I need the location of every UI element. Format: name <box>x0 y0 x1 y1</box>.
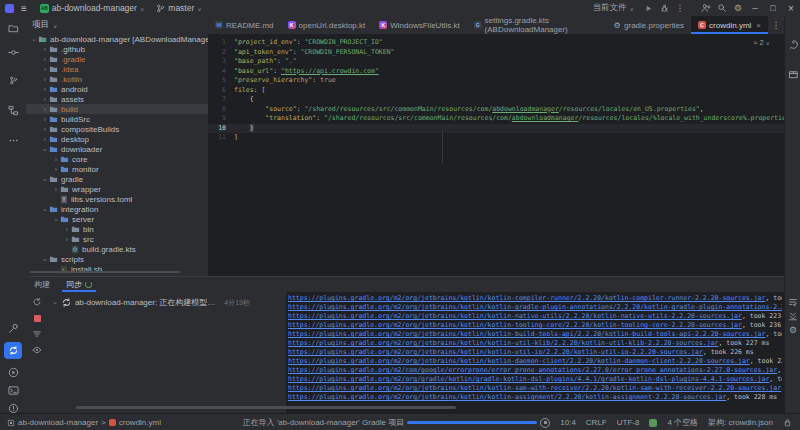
breadcrumb[interactable]: ab-download-manager > crowdin.yml <box>0 414 166 430</box>
readonly-toggle[interactable] <box>778 414 800 430</box>
build-panel-tab-同步[interactable]: 同步 <box>58 277 100 292</box>
structure-toolwindow-button[interactable] <box>4 102 22 119</box>
tree-item-.kotlin[interactable]: ›.kotlin <box>26 74 208 84</box>
more-toolwindows-button[interactable] <box>4 132 22 149</box>
code-line-11[interactable]: 11] <box>208 133 784 143</box>
collapse-icon[interactable]: ⌄ <box>52 215 60 223</box>
project-panel-header[interactable]: 项目 ∨ <box>26 16 208 34</box>
breadcrumb-file[interactable]: crowdin.yml <box>119 418 161 427</box>
code-line-2[interactable]: 2"api_token_env": "CROWDIN_PERSONAL_TOKE… <box>208 48 784 58</box>
dependencies-toolwindow-button[interactable] <box>787 68 799 80</box>
console-download-link[interactable]: https://plugins.gradle.org/m2/org/jetbra… <box>288 384 781 392</box>
tree-item-integration[interactable]: ⌄integration <box>26 204 208 214</box>
editor-tab-settings.gradle.kts (ABDownloadManager)[interactable]: Gsettings.gradle.kts (ABDownloadManager) <box>467 16 606 34</box>
editor-tab-gradle.properties[interactable]: ⚙gradle.properties <box>606 16 691 34</box>
code-line-8[interactable]: 8 "source": "/shared/resources/src/commo… <box>208 105 784 115</box>
expand-icon[interactable]: › <box>41 136 49 143</box>
minimize-button[interactable]: ─ <box>746 0 764 16</box>
console-download-link[interactable]: https://plugins.gradle.org/m2/org/jetbra… <box>288 348 703 356</box>
expand-icon[interactable]: › <box>52 156 60 163</box>
tree-item-monitor[interactable]: ›monitor <box>26 164 208 174</box>
console-download-link[interactable]: https://plugins.gradle.org/m2/org/jetbra… <box>288 294 765 302</box>
collapse-icon[interactable]: ⌄ <box>41 145 49 153</box>
progress-widget[interactable]: 正在导入 'ab-download-manager' Gradle 项目 <box>237 414 555 430</box>
run-toolwindow-button[interactable] <box>4 364 22 381</box>
tree-item-desktop[interactable]: ›desktop <box>26 134 208 144</box>
tree-item-.github[interactable]: ›.github <box>26 44 208 54</box>
expand-icon[interactable]: › <box>52 186 60 193</box>
tree-item-buildSrc[interactable]: ›buildSrc <box>26 114 208 124</box>
editor-tab-crowdin.yml[interactable]: Ccrowdin.yml× <box>691 16 768 34</box>
expand-icon[interactable]: › <box>41 86 49 93</box>
expand-icon[interactable]: › <box>63 226 71 233</box>
debug-button[interactable] <box>656 1 672 15</box>
expand-icon[interactable]: › <box>41 116 49 123</box>
indent-widget[interactable]: 4 个空格 <box>662 414 703 430</box>
branch-widget[interactable]: master ∨ <box>150 0 207 16</box>
vcs-toolwindow-button[interactable] <box>4 72 22 89</box>
tree-item-bin[interactable]: ›bin <box>26 224 208 234</box>
line-separator-widget[interactable]: CRLF <box>581 414 612 430</box>
tree-item-build[interactable]: ›build <box>26 104 208 114</box>
expand-icon[interactable]: › <box>52 166 60 173</box>
tree-item-scripts[interactable]: ⌄scripts <box>26 254 208 264</box>
build-toolwindow-button[interactable] <box>4 320 22 337</box>
collapse-icon[interactable]: ⌄ <box>41 205 49 213</box>
code-line-5[interactable]: 5"preserve_hierarchy": true <box>208 76 784 86</box>
console-download-link[interactable]: https://plugins.gradle.org/m2/org/gradle… <box>288 375 769 383</box>
code-line-7[interactable]: 7 { <box>208 95 784 105</box>
console-download-link[interactable]: https://plugins.gradle.org/m2/com/google… <box>288 366 777 374</box>
maximize-button[interactable]: ▢ <box>764 0 782 16</box>
expand-icon[interactable]: › <box>41 106 49 113</box>
console-download-link[interactable]: https://plugins.gradle.org/m2/org/jetbra… <box>288 321 742 329</box>
expand-icon[interactable]: › <box>41 56 49 63</box>
code-line-10[interactable]: 10 } <box>208 124 784 134</box>
console-settings-button[interactable]: ⚙ <box>787 324 799 336</box>
encoding-widget[interactable]: UTF-8 <box>612 414 645 430</box>
more-actions-button[interactable]: ⋮ <box>672 1 688 15</box>
breadcrumb-module[interactable]: ab-download-manager <box>18 418 98 427</box>
tree-item-.idea[interactable]: ›.idea <box>26 64 208 74</box>
editor-tab-README.md[interactable]: MREADME.md <box>208 16 281 34</box>
code-line-9[interactable]: 9 "translation": "/shared/resources/src/… <box>208 114 784 124</box>
gradle-toolwindow-button[interactable] <box>787 38 799 50</box>
expand-icon[interactable]: › <box>41 126 49 133</box>
search-everywhere-button[interactable] <box>714 1 730 15</box>
tree-item-core[interactable]: ›core <box>26 154 208 164</box>
console-horizontal-scrollbar[interactable] <box>76 406 456 409</box>
console-softwrap-button[interactable] <box>787 296 799 308</box>
collapse-icon[interactable]: ⌄ <box>30 35 38 43</box>
green-indicator[interactable] <box>644 414 662 430</box>
caret-position-widget[interactable]: 10:4 <box>555 414 581 430</box>
app-logo-icon[interactable] <box>5 4 14 13</box>
tree-horizontal-scrollbar[interactable] <box>30 271 180 273</box>
sync-toolwindow-button[interactable] <box>4 342 22 359</box>
console-download-link[interactable]: https://plugins.gradle.org/m2/org/jetbra… <box>288 312 742 320</box>
console-download-link[interactable]: https://plugins.gradle.org/m2/org/jetbra… <box>288 339 718 347</box>
preview-button[interactable] <box>31 344 43 356</box>
code-with-me-button[interactable] <box>698 1 714 15</box>
expand-icon[interactable]: › <box>41 66 49 73</box>
tree-item-assets[interactable]: ›assets <box>26 94 208 104</box>
schema-widget[interactable]: 架构: crowdin.json <box>703 414 778 430</box>
expand-icon[interactable]: › <box>41 76 49 83</box>
project-toolwindow-button[interactable] <box>4 20 22 37</box>
tree-item-compositeBuilds[interactable]: ›compositeBuilds <box>26 124 208 134</box>
inspections-widget[interactable]: ≈ 2 ∨ <box>754 38 770 47</box>
expand-icon[interactable]: › <box>41 96 49 103</box>
build-console[interactable]: https://plugins.gradle.org/m2/org/jetbra… <box>288 294 782 414</box>
tree-item-wrapper[interactable]: ›wrapper <box>26 184 208 194</box>
tree-item-downloader[interactable]: ⌄downloader <box>26 144 208 154</box>
code-line-3[interactable]: 3"base_path": "." <box>208 57 784 67</box>
collapse-icon[interactable]: ⌄ <box>41 255 49 263</box>
editor-tab-WindowsFileUtils.kt[interactable]: KWindowsFileUtils.kt <box>372 16 466 34</box>
code-line-4[interactable]: 4"base_url": "https://api.crowdin.com" <box>208 67 784 77</box>
console-download-link[interactable]: https://plugins.gradle.org/m2/org/jetbra… <box>288 303 782 311</box>
expand-icon[interactable]: › <box>63 236 71 243</box>
code-line-6[interactable]: 6files: [ <box>208 86 784 96</box>
console-scroll-end-button[interactable] <box>787 310 799 322</box>
tree-item-gradle[interactable]: ⌄gradle <box>26 174 208 184</box>
tree-item-.gradle[interactable]: ›.gradle <box>26 54 208 64</box>
stop-progress-icon[interactable] <box>540 418 550 428</box>
expand-icon[interactable]: › <box>41 46 49 53</box>
